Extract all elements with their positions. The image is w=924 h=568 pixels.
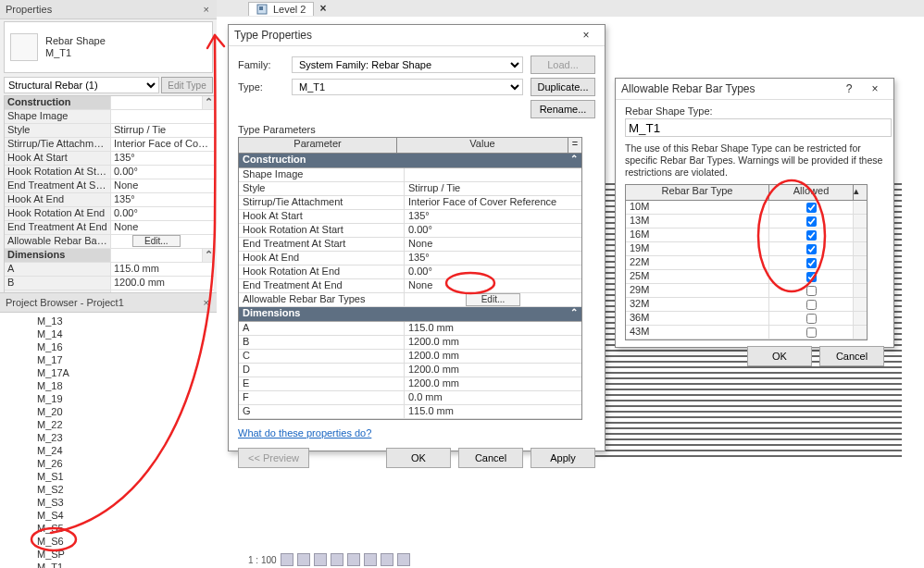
- property-row[interactable]: Shape Image: [5, 110, 214, 124]
- allowed-checkbox[interactable]: [806, 300, 817, 310]
- close-icon[interactable]: ×: [573, 27, 599, 43]
- allowed-checkbox[interactable]: [806, 203, 817, 213]
- properties-grid[interactable]: Construction⌃Shape ImageStyleStirrup / T…: [4, 95, 214, 304]
- allowable-types-table[interactable]: Rebar Bar TypeAllowed▴10M13M16M19M22M25M…: [625, 184, 868, 340]
- tree-item[interactable]: M_S6: [37, 535, 217, 548]
- allowed-checkbox[interactable]: [806, 327, 817, 338]
- tree-item[interactable]: M_16: [37, 340, 217, 353]
- bar-type-row[interactable]: 19M: [626, 242, 867, 256]
- bar-type-row[interactable]: 22M: [626, 256, 867, 270]
- tree-item[interactable]: M_S5: [37, 522, 217, 535]
- parameter-row[interactable]: F0.0 mm: [239, 391, 581, 405]
- property-row[interactable]: Hook At End135°: [5, 193, 214, 207]
- bar-type-row[interactable]: 29M: [626, 284, 867, 298]
- bar-type-row[interactable]: 25M: [626, 270, 867, 284]
- property-row[interactable]: Allowable Rebar Bar Typ...Edit...: [5, 235, 214, 249]
- parameter-row[interactable]: Allowable Rebar Bar TypesEdit...: [239, 293, 581, 307]
- allowed-checkbox[interactable]: [806, 286, 817, 296]
- close-icon[interactable]: ×: [202, 297, 211, 308]
- parameter-row[interactable]: C1200.0 mm: [239, 350, 581, 364]
- tree-item[interactable]: M_17A: [37, 366, 217, 379]
- parameter-row[interactable]: Stirrup/Tie AttachmentInterior Face of C…: [239, 196, 581, 210]
- property-row[interactable]: A115.0 mm: [5, 263, 214, 277]
- type-selector[interactable]: Rebar ShapeM_T1: [4, 21, 213, 73]
- properties-help-link[interactable]: What do these properties do?: [238, 427, 371, 438]
- tree-item[interactable]: M_19: [37, 392, 217, 405]
- ok-button[interactable]: OK: [386, 448, 451, 468]
- tree-item[interactable]: M_S1: [37, 470, 217, 483]
- crop-region-icon[interactable]: [381, 553, 393, 566]
- type-select[interactable]: M_T1: [292, 79, 523, 95]
- allowed-checkbox[interactable]: [806, 244, 817, 254]
- parameter-row[interactable]: StyleStirrup / Tie: [239, 182, 581, 196]
- parameter-row[interactable]: D1200.0 mm: [239, 364, 581, 377]
- parameter-row[interactable]: A115.0 mm: [239, 322, 581, 336]
- property-row[interactable]: Hook Rotation At End0.00°: [5, 207, 214, 221]
- project-browser[interactable]: Project Browser - Project1× M_13M_14M_16…: [0, 292, 217, 568]
- tree-item[interactable]: M_S4: [37, 509, 217, 522]
- tree-item[interactable]: M_S3: [37, 496, 217, 509]
- close-tab-icon[interactable]: ×: [316, 2, 330, 15]
- ok-button[interactable]: OK: [747, 346, 812, 366]
- duplicate-button[interactable]: Duplicate...: [531, 78, 595, 96]
- tree-item[interactable]: M_18: [37, 379, 217, 392]
- parameter-row[interactable]: Hook At End135°: [239, 252, 581, 265]
- view-tab-level2[interactable]: Level 2: [248, 2, 314, 16]
- property-row[interactable]: End Treatment At StartNone: [5, 179, 214, 193]
- edit-button[interactable]: Edit...: [132, 235, 181, 247]
- view-control-bar[interactable]: 1 : 100: [248, 553, 410, 566]
- parameter-row[interactable]: Shape Image: [239, 168, 581, 182]
- help-icon[interactable]: ?: [836, 80, 862, 97]
- visual-style-icon[interactable]: [314, 553, 327, 566]
- close-icon[interactable]: ×: [202, 4, 211, 15]
- parameter-row[interactable]: Hook Rotation At Start0.00°: [239, 224, 581, 238]
- tree-item[interactable]: M_26: [37, 457, 217, 470]
- property-row[interactable]: StyleStirrup / Tie: [5, 124, 214, 138]
- property-row[interactable]: Hook Rotation At Start0.00°: [5, 166, 214, 179]
- shadows-icon[interactable]: [347, 553, 360, 566]
- close-icon[interactable]: ×: [862, 80, 888, 97]
- type-parameters-table[interactable]: ParameterValue=Construction⌃Shape ImageS…: [238, 137, 582, 420]
- bar-type-row[interactable]: 43M: [626, 326, 867, 340]
- property-row[interactable]: Stirrup/Tie AttachmentInterior Face of C…: [5, 138, 214, 152]
- family-select[interactable]: System Family: Rebar Shape: [292, 56, 523, 73]
- allowed-checkbox[interactable]: [806, 272, 817, 282]
- crop-icon[interactable]: [364, 553, 377, 566]
- scale-icon[interactable]: [281, 553, 293, 566]
- property-row[interactable]: End Treatment At EndNone: [5, 221, 214, 235]
- property-row[interactable]: Hook At Start135°: [5, 152, 214, 166]
- preview-button[interactable]: << Preview: [238, 448, 309, 468]
- detail-level-icon[interactable]: [297, 553, 310, 566]
- cancel-button[interactable]: Cancel: [819, 346, 884, 366]
- bar-type-row[interactable]: 10M: [626, 201, 867, 215]
- bar-type-row[interactable]: 32M: [626, 298, 867, 312]
- allowed-checkbox[interactable]: [806, 230, 817, 241]
- parameter-row[interactable]: Hook Rotation At End0.00°: [239, 265, 581, 279]
- parameter-row[interactable]: Hook At Start135°: [239, 210, 581, 224]
- load-button[interactable]: Load...: [531, 56, 595, 74]
- cancel-button[interactable]: Cancel: [458, 448, 523, 468]
- bar-type-row[interactable]: 36M: [626, 312, 867, 326]
- allowed-checkbox[interactable]: [806, 258, 817, 268]
- tree-item[interactable]: M_S2: [37, 483, 217, 496]
- tree-item[interactable]: M_20: [37, 405, 217, 418]
- tree-item[interactable]: M_SP: [37, 548, 217, 561]
- tree-item[interactable]: M_23: [37, 431, 217, 444]
- edit-button[interactable]: Edit...: [466, 293, 521, 306]
- allowed-checkbox[interactable]: [806, 314, 817, 324]
- parameter-row[interactable]: G115.0 mm: [239, 405, 581, 419]
- apply-button[interactable]: Apply: [531, 448, 595, 468]
- instance-selector[interactable]: Structural Rebar (1): [4, 77, 159, 93]
- tree-item[interactable]: M_13: [37, 315, 217, 327]
- hide-isolate-icon[interactable]: [397, 553, 410, 566]
- parameter-row[interactable]: E1200.0 mm: [239, 377, 581, 391]
- allowed-checkbox[interactable]: [806, 216, 817, 227]
- tree-item[interactable]: M_T1: [37, 561, 217, 568]
- tree-item[interactable]: M_14: [37, 327, 217, 340]
- edit-type-button[interactable]: Edit Type: [161, 77, 213, 93]
- tree-item[interactable]: M_22: [37, 418, 217, 431]
- tree-item[interactable]: M_24: [37, 444, 217, 457]
- property-row[interactable]: B1200.0 mm: [5, 277, 214, 290]
- parameter-row[interactable]: End Treatment At EndNone: [239, 279, 581, 293]
- bar-type-row[interactable]: 13M: [626, 215, 867, 228]
